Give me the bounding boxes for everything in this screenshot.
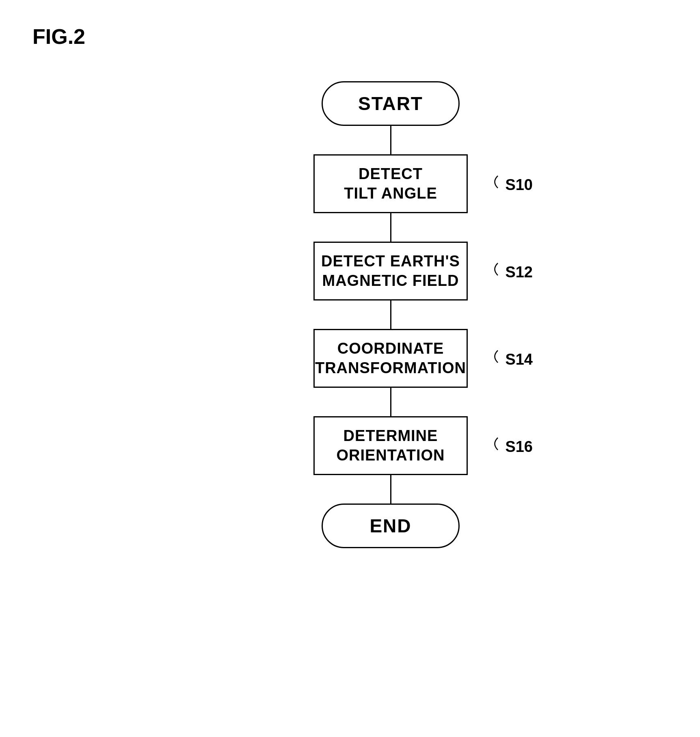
step-s16-label: S16 <box>490 436 533 456</box>
step-s10-line1: DETECT <box>359 164 423 184</box>
connector-0 <box>390 126 391 154</box>
step-s10-bracket: S10 <box>490 174 533 194</box>
step-s14-line1: COORDINATE <box>337 339 444 359</box>
step-s12-label: S12 <box>490 261 533 281</box>
step-s10: DETECT TILT ANGLE <box>313 154 468 213</box>
connector-3 <box>390 388 391 416</box>
flowchart: START DETECT TILT ANGLE S10 DETECT EARTH… <box>114 81 668 548</box>
step-s12-wrapper: DETECT EARTH'S MAGNETIC FIELD S12 <box>313 242 468 300</box>
step-s14-label: S14 <box>490 348 533 368</box>
connector-4 <box>390 475 391 504</box>
step-s16-bracket: S16 <box>490 436 533 456</box>
step-s16-wrapper: DETERMINE ORIENTATION S16 <box>313 416 468 475</box>
start-node-wrapper: START <box>322 81 460 126</box>
step-s14-bracket: S14 <box>490 348 533 368</box>
start-label: START <box>358 93 423 115</box>
connector-1 <box>390 213 391 242</box>
end-node: END <box>322 504 460 548</box>
start-node: START <box>322 81 460 126</box>
step-s16: DETERMINE ORIENTATION <box>313 416 468 475</box>
step-s16-line1: DETERMINE <box>344 426 438 446</box>
step-s12-line1: DETECT EARTH'S <box>321 252 460 271</box>
step-s14-line2: TRANSFORMATION <box>315 359 466 378</box>
step-s16-line2: ORIENTATION <box>336 446 445 465</box>
step-s10-label: S10 <box>490 174 533 194</box>
step-s10-line2: TILT ANGLE <box>344 184 437 203</box>
end-label: END <box>369 515 411 537</box>
step-s12-bracket: S12 <box>490 261 533 281</box>
step-s12: DETECT EARTH'S MAGNETIC FIELD <box>313 242 468 300</box>
end-node-wrapper: END <box>322 504 460 548</box>
step-s12-line2: MAGNETIC FIELD <box>322 271 459 291</box>
step-s14: COORDINATE TRANSFORMATION <box>313 329 468 388</box>
page: FIG.2 START DETECT TILT ANGLE S10 DETECT… <box>0 0 700 737</box>
step-s10-wrapper: DETECT TILT ANGLE S10 <box>313 154 468 213</box>
connector-2 <box>390 300 391 329</box>
step-s14-wrapper: COORDINATE TRANSFORMATION S14 <box>313 329 468 388</box>
figure-label: FIG.2 <box>32 24 668 49</box>
